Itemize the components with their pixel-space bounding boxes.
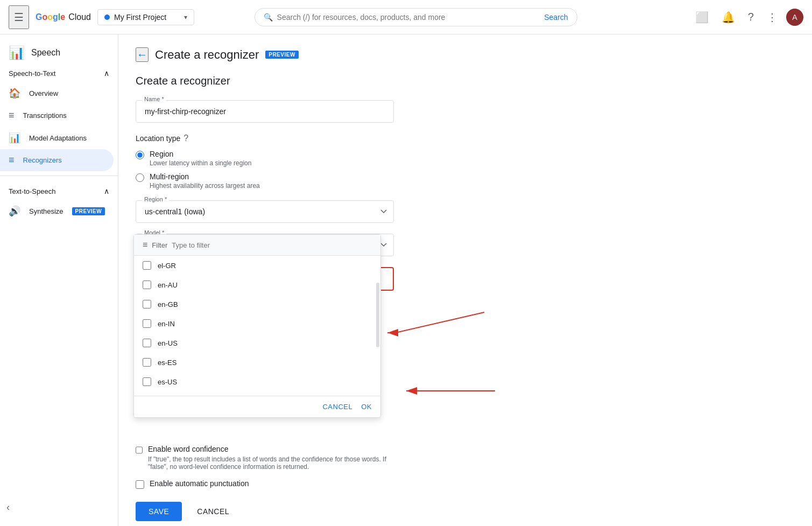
region-select[interactable]: us-central1 (Iowa) xyxy=(136,200,394,223)
checkbox-el-GR[interactable] xyxy=(143,261,151,270)
sidebar-collapse-btn[interactable]: ‹ xyxy=(0,497,16,517)
top-nav: ☰ Google Cloud My First Project ▾ 🔍 Sear… xyxy=(0,0,812,34)
google-cloud-logo: Google Cloud xyxy=(36,12,91,22)
chevron-down-icon: ▾ xyxy=(184,13,187,21)
word-confidence-checkbox[interactable] xyxy=(136,446,143,454)
sidebar-model-adaptations-label: Model Adaptations xyxy=(29,134,87,142)
dropdown-item-es-ES[interactable]: es-ES xyxy=(134,353,380,372)
more-options-button[interactable]: ⋮ xyxy=(762,6,782,28)
region-desc: Lower latency within a single region xyxy=(150,159,251,167)
label-en-GB: en-GB xyxy=(158,300,178,308)
terminal-button[interactable]: ⬜ xyxy=(691,6,713,28)
dropdown-item-en-AU[interactable]: en-AU xyxy=(134,275,380,294)
region-field-label: Region * xyxy=(142,196,169,202)
search-button[interactable]: Search xyxy=(544,13,568,22)
speech-to-text-section[interactable]: Speech-to-Text ∧ xyxy=(0,62,118,82)
region-radio-option[interactable]: Region Lower latency within a single reg… xyxy=(136,150,394,167)
filter-input[interactable] xyxy=(172,241,372,249)
transcriptions-icon: ≡ xyxy=(9,110,15,121)
dropdown-ok-button[interactable]: OK xyxy=(361,403,372,411)
region-field-group: Region * us-central1 (Iowa) xyxy=(136,200,394,223)
avatar[interactable]: A xyxy=(786,9,803,26)
dropdown-item-en-GB[interactable]: en-GB xyxy=(134,294,380,314)
cancel-main-button[interactable]: CANCEL xyxy=(188,502,238,521)
region-radio[interactable] xyxy=(136,151,144,159)
checkbox-en-AU[interactable] xyxy=(143,280,151,289)
label-es-ES: es-ES xyxy=(158,359,176,367)
home-icon: 🏠 xyxy=(9,87,20,99)
checkbox-es-ES[interactable] xyxy=(143,358,151,367)
dropdown-item-el-GR[interactable]: el-GR xyxy=(134,256,380,275)
sidebar-transcriptions-label: Transcriptions xyxy=(23,111,67,120)
collapse-icon: ∧ xyxy=(104,69,109,78)
name-input[interactable] xyxy=(136,100,394,123)
sidebar-item-synthesize[interactable]: 🔊 Synthesize PREVIEW xyxy=(0,200,114,222)
project-selector[interactable]: My First Project ▾ xyxy=(97,9,194,25)
filter-row: ≡ Filter xyxy=(134,235,380,256)
checkbox-en-US[interactable] xyxy=(143,339,151,347)
sidebar-item-model-adaptations[interactable]: 📊 Model Adaptations xyxy=(0,127,114,149)
sidebar-recognizers-label: Recognizers xyxy=(23,156,62,164)
form-title: Create a recognizer xyxy=(136,75,394,87)
label-es-US: es-US xyxy=(158,378,177,386)
sidebar-divider xyxy=(0,176,118,176)
search-input[interactable] xyxy=(277,13,540,22)
sidebar-collapse-icon: ‹ xyxy=(6,502,10,513)
auto-punctuation-label: Enable automatic punctuation xyxy=(150,479,249,488)
speech-app-icon: 📊 xyxy=(9,45,25,60)
cloud-label: Cloud xyxy=(68,12,91,22)
dropdown-item-et-EE[interactable]: et-EE xyxy=(134,391,380,396)
dropdown-item-en-US[interactable]: en-US xyxy=(134,333,380,353)
language-codes-dropdown: ≡ Filter el-GR en-AU en-GB en-IN en-US e… xyxy=(133,234,381,418)
sidebar-app-header: 📊 Speech xyxy=(0,39,118,62)
sidebar-item-recognizers[interactable]: ≡ Recognizers xyxy=(0,149,114,171)
word-confidence-row: Enable word confidence If "true", the to… xyxy=(136,445,394,471)
model-adaptations-icon: 📊 xyxy=(9,132,20,144)
google-logo: Google xyxy=(36,12,65,22)
dropdown-scrollbar[interactable] xyxy=(376,283,379,347)
word-confidence-desc: If "true", the top result includes a lis… xyxy=(148,455,394,471)
sidebar-item-transcriptions[interactable]: ≡ Transcriptions xyxy=(0,104,114,127)
bottom-actions: SAVE CANCEL xyxy=(136,502,394,521)
dropdown-item-en-IN[interactable]: en-IN xyxy=(134,314,380,333)
location-type-label: Location type xyxy=(136,134,180,143)
dropdown-footer: CANCEL OK xyxy=(134,396,380,417)
multiregion-radio[interactable] xyxy=(136,173,144,182)
main-layout: 📊 Speech Speech-to-Text ∧ 🏠 Overview ≡ T… xyxy=(0,34,812,526)
tts-collapse-icon: ∧ xyxy=(104,187,109,195)
project-dot xyxy=(104,15,110,20)
search-btn-label: Search xyxy=(544,13,568,22)
label-en-AU: en-AU xyxy=(158,281,178,289)
checkbox-en-IN[interactable] xyxy=(143,319,151,328)
notifications-button[interactable]: 🔔 xyxy=(717,6,739,28)
bottom-checkboxes: Enable word confidence If "true", the to… xyxy=(136,445,394,489)
checkbox-es-US[interactable] xyxy=(143,377,151,386)
dropdown-cancel-button[interactable]: CANCEL xyxy=(322,403,352,411)
sidebar-app-title: Speech xyxy=(31,48,60,58)
page-preview-badge: PREVIEW xyxy=(265,51,299,59)
synthesize-icon: 🔊 xyxy=(9,205,20,217)
menu-button[interactable]: ☰ xyxy=(9,5,29,29)
help-button[interactable]: ? xyxy=(744,6,758,27)
back-button[interactable]: ← xyxy=(136,47,149,62)
text-to-speech-section[interactable]: Text-to-Speech ∧ xyxy=(0,180,118,200)
dropdown-item-es-US[interactable]: es-US xyxy=(134,372,380,391)
page-title: Create a recognizer xyxy=(155,48,259,62)
sidebar-overview-label: Overview xyxy=(29,89,58,97)
word-confidence-label: Enable word confidence xyxy=(148,445,394,453)
search-icon: 🔍 xyxy=(264,13,273,22)
location-type-row: Location type ? xyxy=(136,134,394,143)
multiregion-radio-option[interactable]: Multi-region Highest availability across… xyxy=(136,172,394,190)
checkbox-en-GB[interactable] xyxy=(143,300,151,308)
save-button[interactable]: SAVE xyxy=(136,502,182,521)
text-to-speech-label: Text-to-Speech xyxy=(9,187,55,195)
multiregion-desc: Highest availability across largest area xyxy=(150,182,260,190)
dropdown-list: el-GR en-AU en-GB en-IN en-US es-ES es-U… xyxy=(134,256,380,396)
speech-to-text-label: Speech-to-Text xyxy=(9,69,55,78)
region-label: Region xyxy=(150,150,251,158)
recognizers-icon: ≡ xyxy=(9,155,15,166)
sidebar-item-overview[interactable]: 🏠 Overview xyxy=(0,82,114,104)
auto-punctuation-checkbox[interactable] xyxy=(136,480,144,489)
location-type-help-icon[interactable]: ? xyxy=(183,134,188,143)
synthesize-preview-badge: PREVIEW xyxy=(72,207,105,215)
